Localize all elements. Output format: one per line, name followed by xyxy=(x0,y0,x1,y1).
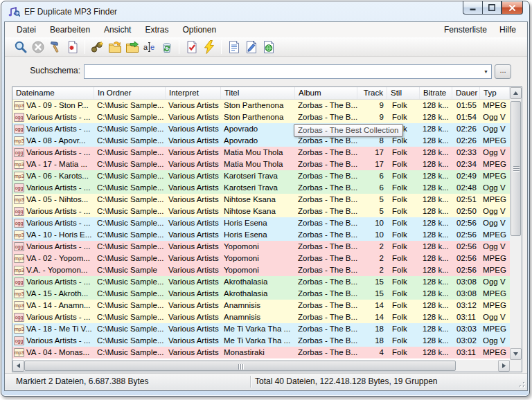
mp3-file-icon: mp3 xyxy=(14,301,24,310)
scroll-down-button[interactable] xyxy=(510,348,522,360)
cell-filetype: MPEG xyxy=(480,158,510,170)
recycle-icon[interactable] xyxy=(158,39,175,55)
table-row[interactable]: mp3VA - 05 - Nihtos...C:\Music Sample...… xyxy=(12,194,510,206)
column-header-album[interactable]: Album xyxy=(295,87,357,99)
table-row[interactable]: oggVarious Artists - ...C:\Music Sample.… xyxy=(12,276,510,288)
export-icon[interactable] xyxy=(242,39,260,55)
cell-filename: mp3VA - 18 - Me Ti V... xyxy=(12,323,94,335)
column-header-genre[interactable]: Stil xyxy=(387,87,420,99)
cell-filename: mp3VA - 04 - Monas... xyxy=(12,347,94,358)
report-icon[interactable] xyxy=(225,39,242,55)
cell-album: Zorbas - The B... xyxy=(295,158,357,170)
cell-genre: Folk xyxy=(387,194,420,206)
menu-optionen[interactable]: Optionen xyxy=(175,25,223,35)
cell-artist: Various Artists xyxy=(166,147,221,158)
cell-filetype: MPEG xyxy=(480,229,510,241)
move-folder-icon[interactable] xyxy=(123,39,141,55)
table-row[interactable]: oggVarious Artists - ...C:\Music Sample.… xyxy=(12,182,510,194)
scroll-up-button[interactable] xyxy=(510,87,522,99)
stop-icon[interactable] xyxy=(29,39,46,55)
open-folder-icon[interactable] xyxy=(106,39,123,55)
cell-filename: oggVarious Artists - ... xyxy=(12,147,94,158)
table-row[interactable]: mp3VA - 02 - Yopom...C:\Music Sample...V… xyxy=(12,253,510,264)
cell-track: 2 xyxy=(357,264,387,276)
check-icon[interactable] xyxy=(183,39,200,55)
cell-folder: C:\Music Sample... xyxy=(94,300,166,311)
cell-title: Monastiraki xyxy=(221,347,295,358)
vertical-scroll-thumb[interactable] xyxy=(511,101,521,236)
column-header-filename[interactable]: Dateiname xyxy=(12,87,94,99)
find-icon[interactable] xyxy=(89,39,106,55)
table-row[interactable]: mp3VA - 09 - Ston P...C:\Music Sample...… xyxy=(12,100,510,111)
table-row[interactable]: oggVarious Artists - ...C:\Music Sample.… xyxy=(12,311,510,323)
cell-genre: Folk xyxy=(387,300,420,311)
cell-genre: Folk xyxy=(387,170,420,182)
column-header-artist[interactable]: Interpret xyxy=(166,87,221,99)
tools-icon[interactable] xyxy=(46,39,64,55)
cell-duration: 03:11 xyxy=(452,311,480,323)
client-area: DateiBearbeitenAnsichtExtrasOptionenFens… xyxy=(5,22,527,390)
search-icon[interactable] xyxy=(12,39,29,55)
mp3-file-icon: mp3 xyxy=(14,136,24,145)
web-icon[interactable] xyxy=(260,39,277,55)
table-row[interactable]: oggVarious Artists - ...C:\Music Sample.… xyxy=(12,206,510,217)
table-row[interactable]: oggVarious Artists - ...C:\Music Sample.… xyxy=(12,217,510,229)
cell-filename: mp3VA - 05 - Nihtos... xyxy=(12,194,94,206)
menu-extras[interactable]: Extras xyxy=(138,25,175,35)
table-row[interactable]: mp3VA - 15 - Akroth...C:\Music Sample...… xyxy=(12,288,510,300)
browse-button[interactable]: ... xyxy=(495,64,511,79)
rename-icon[interactable]: ae xyxy=(141,39,158,55)
table-row[interactable]: oggVarious Artists - ...C:\Music Sample.… xyxy=(12,111,510,123)
menu-ansicht[interactable]: Ansicht xyxy=(97,25,138,35)
cell-track: 17 xyxy=(357,147,387,158)
resize-grip[interactable] xyxy=(516,379,526,388)
table-row[interactable]: mp3VA - 08 - Apovr...C:\Music Sample...V… xyxy=(12,135,510,147)
cell-duration: 01:54 xyxy=(452,111,480,123)
cell-title: Anamnisis xyxy=(221,300,295,311)
menu-bearbeiten[interactable]: Bearbeiten xyxy=(43,25,97,35)
new-scheme-icon[interactable] xyxy=(64,39,81,55)
column-header-duration[interactable]: Dauer xyxy=(452,87,480,99)
table-row[interactable]: oggVarious Artists - ...C:\Music Sample.… xyxy=(12,147,510,158)
cell-duration: 02:56 xyxy=(452,264,480,276)
cell-genre: Folk xyxy=(387,217,420,229)
column-header-filetype[interactable]: Typ xyxy=(480,87,510,99)
cell-title: Matia Mou Thola xyxy=(221,158,295,170)
table-row[interactable]: oggVarious Artists - ...C:\Music Sample.… xyxy=(12,241,510,253)
cell-bitrate: 128 k... xyxy=(420,241,452,253)
table-row[interactable]: mp3VA - 18 - Me Ti V...C:\Music Sample..… xyxy=(12,323,510,335)
column-header-title[interactable]: Titel xyxy=(221,87,295,99)
ogg-file-icon: ogg xyxy=(14,278,24,287)
horizontal-scrollbar[interactable] xyxy=(12,360,510,372)
chevron-down-icon[interactable]: ▼ xyxy=(481,65,491,78)
vertical-scrollbar[interactable] xyxy=(510,87,522,360)
column-header-track[interactable]: Track xyxy=(357,87,387,99)
run-icon[interactable] xyxy=(200,39,218,55)
table-row[interactable]: oggVarious Artists - ...C:\Music Sample.… xyxy=(12,335,510,347)
horizontal-scroll-thumb[interactable] xyxy=(24,361,456,371)
table-row[interactable]: mp3VA - 17 - Matia ...C:\Music Sample...… xyxy=(12,158,510,170)
scroll-left-button[interactable] xyxy=(12,360,24,372)
cell-folder: C:\Music Sample... xyxy=(94,111,166,123)
scroll-right-button[interactable] xyxy=(498,360,510,372)
cell-filetype: Ogg V xyxy=(480,241,510,253)
table-row[interactable]: mp3VA - 14 - Anamn...C:\Music Sample...V… xyxy=(12,300,510,311)
menu-hilfe[interactable]: Hilfe xyxy=(493,25,522,35)
minimize-button[interactable] xyxy=(463,1,482,15)
table-row[interactable]: oggVarious Artists - ...C:\Music Sample.… xyxy=(12,123,510,135)
maximize-button[interactable] xyxy=(482,1,502,15)
table-row[interactable]: mp3VA - 10 - Horis E...C:\Music Sample..… xyxy=(12,229,510,241)
cell-title: Me Ti Varka Tha ... xyxy=(221,335,295,347)
column-header-folder[interactable]: In Ordner xyxy=(94,87,166,99)
table-row[interactable]: mp3VA - 04 - Monas...C:\Music Sample...V… xyxy=(12,347,510,358)
cell-artist: Various Artists xyxy=(166,111,221,123)
search-schema-combobox[interactable]: ▼ xyxy=(84,64,492,79)
table-row[interactable]: mp3V.A. - Yopomon...C:\Music SampleVario… xyxy=(12,264,510,276)
menu-datei[interactable]: Datei xyxy=(10,25,43,35)
table-row[interactable]: mp3VA - 06 - Karots...C:\Music Sample...… xyxy=(12,170,510,182)
column-header-bitrate[interactable]: Bitrate xyxy=(420,87,452,99)
cell-filetype: Ogg V xyxy=(480,206,510,217)
menu-fensterliste[interactable]: Fensterliste xyxy=(438,25,493,35)
cell-filetype: Ogg V xyxy=(480,335,510,347)
close-button[interactable] xyxy=(502,1,523,15)
